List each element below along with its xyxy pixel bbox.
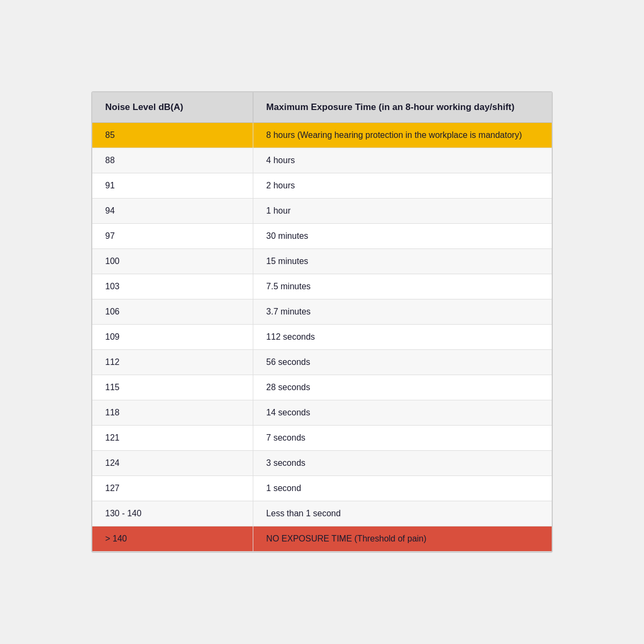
cell-exposure-time: 7.5 minutes	[253, 274, 552, 299]
cell-exposure-time: 4 hours	[253, 148, 552, 173]
cell-db-level: 127	[92, 476, 253, 501]
table-row: > 140NO EXPOSURE TIME (Threshold of pain…	[92, 526, 552, 552]
cell-db-level: 94	[92, 199, 253, 224]
cell-db-level: > 140	[92, 526, 253, 552]
cell-db-level: 85	[92, 123, 253, 148]
table-row: 130 - 140Less than 1 second	[92, 501, 552, 526]
cell-db-level: 88	[92, 148, 253, 173]
cell-db-level: 100	[92, 249, 253, 274]
cell-exposure-time: 2 hours	[253, 173, 552, 199]
cell-exposure-time: 8 hours (Wearing hearing protection in t…	[253, 123, 552, 148]
cell-exposure-time: 3.7 minutes	[253, 299, 552, 325]
table-row: 1217 seconds	[92, 426, 552, 451]
cell-exposure-time: 28 seconds	[253, 375, 552, 400]
cell-exposure-time: 56 seconds	[253, 350, 552, 375]
table-row: 1271 second	[92, 476, 552, 501]
table-row: 9730 minutes	[92, 224, 552, 249]
cell-exposure-time: 15 minutes	[253, 249, 552, 274]
cell-exposure-time: 14 seconds	[253, 400, 552, 426]
cell-db-level: 97	[92, 224, 253, 249]
cell-exposure-time: 1 hour	[253, 199, 552, 224]
cell-db-level: 118	[92, 400, 253, 426]
table-row: 1243 seconds	[92, 451, 552, 476]
table-row: 1063.7 minutes	[92, 299, 552, 325]
table-row: 109112 seconds	[92, 325, 552, 350]
noise-exposure-table: Noise Level dB(A) Maximum Exposure Time …	[91, 91, 553, 553]
table-row: 11256 seconds	[92, 350, 552, 375]
cell-exposure-time: 30 minutes	[253, 224, 552, 249]
cell-db-level: 91	[92, 173, 253, 199]
table-row: 11814 seconds	[92, 400, 552, 426]
table-row: 912 hours	[92, 173, 552, 199]
table-row: 11528 seconds	[92, 375, 552, 400]
cell-exposure-time: 1 second	[253, 476, 552, 501]
cell-db-level: 106	[92, 299, 253, 325]
cell-db-level: 103	[92, 274, 253, 299]
cell-exposure-time: 7 seconds	[253, 426, 552, 451]
cell-exposure-time: Less than 1 second	[253, 501, 552, 526]
table-header-row: Noise Level dB(A) Maximum Exposure Time …	[92, 92, 552, 123]
cell-exposure-time: 3 seconds	[253, 451, 552, 476]
cell-exposure-time: 112 seconds	[253, 325, 552, 350]
cell-db-level: 112	[92, 350, 253, 375]
cell-exposure-time: NO EXPOSURE TIME (Threshold of pain)	[253, 526, 552, 552]
table-row: 1037.5 minutes	[92, 274, 552, 299]
col-header-time: Maximum Exposure Time (in an 8-hour work…	[253, 92, 552, 123]
cell-db-level: 115	[92, 375, 253, 400]
table-row: 10015 minutes	[92, 249, 552, 274]
table-row: 941 hour	[92, 199, 552, 224]
cell-db-level: 130 - 140	[92, 501, 253, 526]
cell-db-level: 121	[92, 426, 253, 451]
table-row: 858 hours (Wearing hearing protection in…	[92, 123, 552, 148]
cell-db-level: 124	[92, 451, 253, 476]
col-header-db: Noise Level dB(A)	[92, 92, 253, 123]
table-row: 884 hours	[92, 148, 552, 173]
cell-db-level: 109	[92, 325, 253, 350]
